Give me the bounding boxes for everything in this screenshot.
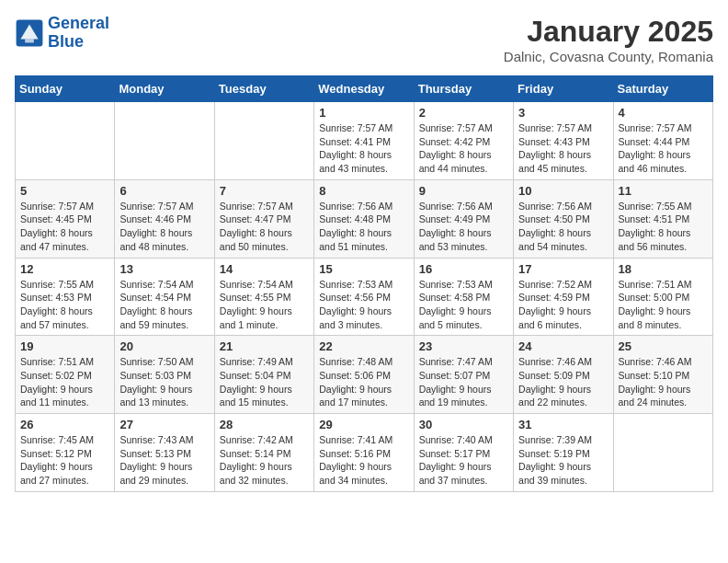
- day-info: Sunrise: 7:57 AMSunset: 4:43 PMDaylight:…: [518, 121, 608, 176]
- day-info: Sunrise: 7:43 AMSunset: 5:13 PMDaylight:…: [119, 433, 209, 488]
- calendar-cell: 10Sunrise: 7:56 AMSunset: 4:50 PMDayligh…: [514, 179, 613, 258]
- day-info: Sunrise: 7:41 AMSunset: 5:16 PMDaylight:…: [319, 433, 408, 488]
- day-number: 31: [518, 418, 608, 431]
- day-number: 6: [119, 184, 209, 198]
- calendar-cell: [214, 102, 313, 180]
- calendar-week-row: 1Sunrise: 7:57 AMSunset: 4:41 PMDaylight…: [16, 102, 713, 180]
- weekday-header: Tuesday: [214, 76, 313, 102]
- logo-icon: [15, 18, 44, 48]
- weekday-header: Thursday: [414, 76, 513, 102]
- calendar-cell: 9Sunrise: 7:56 AMSunset: 4:49 PMDaylight…: [414, 179, 513, 258]
- day-info: Sunrise: 7:48 AMSunset: 5:06 PMDaylight:…: [319, 355, 408, 409]
- day-info: Sunrise: 7:57 AMSunset: 4:42 PMDaylight:…: [419, 121, 508, 176]
- calendar-cell: 29Sunrise: 7:41 AMSunset: 5:16 PMDayligh…: [314, 414, 414, 492]
- weekday-header: Monday: [115, 76, 214, 102]
- day-number: 7: [220, 184, 309, 198]
- day-number: 19: [20, 339, 109, 353]
- title-block: January 2025 Dalnic, Covasna County, Rom…: [504, 15, 713, 64]
- day-number: 27: [119, 418, 209, 431]
- day-info: Sunrise: 7:50 AMSunset: 5:03 PMDaylight:…: [119, 355, 209, 409]
- day-info: Sunrise: 7:40 AMSunset: 5:17 PMDaylight:…: [419, 433, 508, 488]
- calendar-week-row: 26Sunrise: 7:45 AMSunset: 5:12 PMDayligh…: [16, 414, 713, 492]
- calendar-cell: [613, 414, 712, 492]
- calendar-cell: 28Sunrise: 7:42 AMSunset: 5:14 PMDayligh…: [214, 414, 313, 492]
- calendar-cell: 4Sunrise: 7:57 AMSunset: 4:44 PMDaylight…: [613, 102, 712, 180]
- calendar-cell: 11Sunrise: 7:55 AMSunset: 4:51 PMDayligh…: [613, 179, 712, 258]
- logo-line2: Blue: [48, 32, 84, 51]
- day-info: Sunrise: 7:39 AMSunset: 5:19 PMDaylight:…: [518, 433, 608, 488]
- calendar-cell: 17Sunrise: 7:52 AMSunset: 4:59 PMDayligh…: [514, 258, 613, 336]
- day-info: Sunrise: 7:57 AMSunset: 4:46 PMDaylight:…: [119, 200, 209, 254]
- day-number: 10: [518, 184, 608, 198]
- page-header: General Blue January 2025 Dalnic, Covasn…: [15, 15, 713, 64]
- day-info: Sunrise: 7:57 AMSunset: 4:47 PMDaylight:…: [220, 200, 309, 254]
- day-info: Sunrise: 7:53 AMSunset: 4:56 PMDaylight:…: [319, 278, 408, 332]
- logo-line1: General: [48, 14, 109, 32]
- calendar-cell: 12Sunrise: 7:55 AMSunset: 4:53 PMDayligh…: [16, 258, 115, 336]
- day-info: Sunrise: 7:56 AMSunset: 4:50 PMDaylight:…: [518, 200, 608, 254]
- day-info: Sunrise: 7:52 AMSunset: 4:59 PMDaylight:…: [518, 278, 608, 332]
- day-number: 13: [119, 262, 209, 276]
- day-number: 21: [220, 339, 309, 353]
- day-number: 12: [20, 262, 109, 276]
- calendar-cell: 15Sunrise: 7:53 AMSunset: 4:56 PMDayligh…: [314, 258, 414, 336]
- calendar-week-row: 12Sunrise: 7:55 AMSunset: 4:53 PMDayligh…: [16, 258, 713, 336]
- day-number: 9: [419, 184, 508, 198]
- calendar-cell: 26Sunrise: 7:45 AMSunset: 5:12 PMDayligh…: [16, 414, 115, 492]
- calendar-cell: 25Sunrise: 7:46 AMSunset: 5:10 PMDayligh…: [613, 336, 712, 414]
- day-number: 24: [518, 339, 608, 353]
- calendar-cell: 30Sunrise: 7:40 AMSunset: 5:17 PMDayligh…: [414, 414, 513, 492]
- day-number: 23: [419, 339, 508, 353]
- day-info: Sunrise: 7:47 AMSunset: 5:07 PMDaylight:…: [419, 355, 508, 409]
- calendar-cell: 3Sunrise: 7:57 AMSunset: 4:43 PMDaylight…: [514, 102, 613, 180]
- day-number: 1: [319, 106, 408, 120]
- day-number: 29: [319, 418, 408, 431]
- calendar-cell: 27Sunrise: 7:43 AMSunset: 5:13 PMDayligh…: [115, 414, 214, 492]
- day-number: 4: [619, 106, 708, 120]
- calendar-cell: 16Sunrise: 7:53 AMSunset: 4:58 PMDayligh…: [414, 258, 513, 336]
- calendar-cell: 19Sunrise: 7:51 AMSunset: 5:02 PMDayligh…: [16, 336, 115, 414]
- day-info: Sunrise: 7:57 AMSunset: 4:45 PMDaylight:…: [20, 200, 109, 254]
- calendar-cell: 7Sunrise: 7:57 AMSunset: 4:47 PMDaylight…: [214, 179, 313, 258]
- day-info: Sunrise: 7:46 AMSunset: 5:09 PMDaylight:…: [518, 355, 608, 409]
- day-info: Sunrise: 7:51 AMSunset: 5:02 PMDaylight:…: [20, 355, 109, 409]
- day-number: 5: [20, 184, 109, 198]
- svg-rect-2: [25, 39, 34, 42]
- day-info: Sunrise: 7:56 AMSunset: 4:48 PMDaylight:…: [319, 200, 408, 254]
- weekday-header: Wednesday: [314, 76, 414, 102]
- day-info: Sunrise: 7:51 AMSunset: 5:00 PMDaylight:…: [619, 278, 708, 332]
- calendar-cell: 13Sunrise: 7:54 AMSunset: 4:54 PMDayligh…: [115, 258, 214, 336]
- calendar: SundayMondayTuesdayWednesdayThursdayFrid…: [15, 75, 713, 492]
- day-info: Sunrise: 7:42 AMSunset: 5:14 PMDaylight:…: [220, 433, 309, 488]
- day-number: 8: [319, 184, 408, 198]
- weekday-header: Sunday: [16, 76, 115, 102]
- day-info: Sunrise: 7:49 AMSunset: 5:04 PMDaylight:…: [220, 355, 309, 409]
- calendar-cell: 23Sunrise: 7:47 AMSunset: 5:07 PMDayligh…: [414, 336, 513, 414]
- day-info: Sunrise: 7:57 AMSunset: 4:41 PMDaylight:…: [319, 121, 408, 176]
- calendar-cell: 8Sunrise: 7:56 AMSunset: 4:48 PMDaylight…: [314, 179, 414, 258]
- day-number: 15: [319, 262, 408, 276]
- day-info: Sunrise: 7:55 AMSunset: 4:53 PMDaylight:…: [20, 278, 109, 332]
- day-number: 16: [419, 262, 508, 276]
- calendar-cell: 22Sunrise: 7:48 AMSunset: 5:06 PMDayligh…: [314, 336, 414, 414]
- day-number: 22: [319, 339, 408, 353]
- day-number: 14: [220, 262, 309, 276]
- calendar-cell: 1Sunrise: 7:57 AMSunset: 4:41 PMDaylight…: [314, 102, 414, 180]
- logo: General Blue: [15, 15, 109, 52]
- day-number: 17: [518, 262, 608, 276]
- calendar-cell: 6Sunrise: 7:57 AMSunset: 4:46 PMDaylight…: [115, 179, 214, 258]
- calendar-week-row: 19Sunrise: 7:51 AMSunset: 5:02 PMDayligh…: [16, 336, 713, 414]
- day-number: 30: [419, 418, 508, 431]
- calendar-cell: [16, 102, 115, 180]
- day-info: Sunrise: 7:53 AMSunset: 4:58 PMDaylight:…: [419, 278, 508, 332]
- day-info: Sunrise: 7:56 AMSunset: 4:49 PMDaylight:…: [419, 200, 508, 254]
- day-number: 25: [619, 339, 708, 353]
- day-info: Sunrise: 7:54 AMSunset: 4:54 PMDaylight:…: [119, 278, 209, 332]
- day-number: 28: [220, 418, 309, 431]
- calendar-cell: 5Sunrise: 7:57 AMSunset: 4:45 PMDaylight…: [16, 179, 115, 258]
- day-number: 26: [20, 418, 109, 431]
- day-number: 3: [518, 106, 608, 120]
- day-number: 20: [119, 339, 209, 353]
- month-title: January 2025: [504, 15, 713, 49]
- day-info: Sunrise: 7:46 AMSunset: 5:10 PMDaylight:…: [619, 355, 708, 409]
